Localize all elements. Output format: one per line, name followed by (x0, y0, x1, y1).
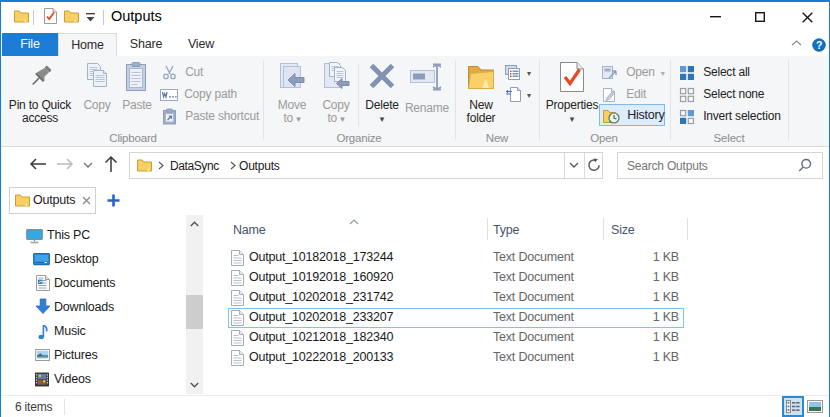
svg-text:?: ? (816, 39, 822, 51)
